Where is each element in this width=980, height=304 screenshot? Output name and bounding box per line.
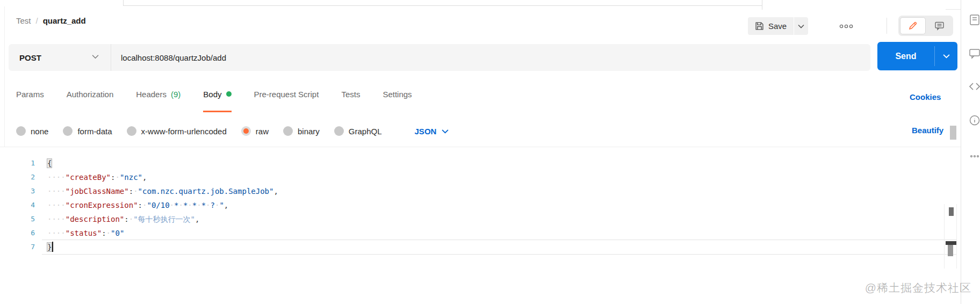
body-type-binary[interactable]: binary bbox=[283, 126, 320, 136]
line-number: 3 bbox=[0, 184, 35, 198]
request-header: Test / quartz_add Save bbox=[0, 6, 961, 35]
comment-mode-button[interactable] bbox=[927, 17, 952, 34]
save-button[interactable]: Save bbox=[748, 17, 794, 35]
token-pn: , bbox=[142, 173, 147, 182]
line-number: 6 bbox=[0, 226, 35, 240]
save-options-button[interactable] bbox=[794, 17, 808, 35]
code-line-7[interactable]: 7} bbox=[0, 240, 946, 254]
edit-mode-button[interactable] bbox=[900, 17, 926, 34]
code-line-2[interactable]: 2····"createBy":·"nzc", bbox=[0, 170, 946, 184]
code-content: } bbox=[47, 240, 53, 254]
scrollbar-thumb[interactable] bbox=[950, 126, 956, 140]
token-pn: , bbox=[195, 215, 199, 223]
token-str: "0/10 bbox=[147, 201, 169, 209]
token-pn: : bbox=[129, 187, 133, 196]
watermark: @稀土掘金技术社区 bbox=[865, 280, 971, 295]
save-icon bbox=[755, 21, 764, 31]
body-type-raw[interactable]: raw bbox=[241, 126, 269, 136]
code-line-1[interactable]: 1{ bbox=[0, 156, 946, 170]
token-bracket: { bbox=[47, 159, 52, 168]
body-type-form-data[interactable]: form-data bbox=[63, 126, 112, 136]
tab-headers[interactable]: Headers(9) bbox=[136, 78, 181, 112]
token-key: "jobClassName" bbox=[66, 187, 129, 196]
radio-unselected-icon bbox=[283, 126, 293, 136]
scrollbar-cap[interactable] bbox=[946, 241, 956, 245]
code-lines: 1{2····"createBy":·"nzc",3····"jobClassN… bbox=[0, 156, 946, 254]
tab-tests[interactable]: Tests bbox=[341, 78, 360, 112]
token-str: "nzc" bbox=[120, 173, 142, 182]
radio-unselected-icon bbox=[63, 126, 73, 136]
body-modified-dot bbox=[226, 91, 232, 97]
chevron-down-icon bbox=[798, 24, 804, 28]
body-editor[interactable]: 1{2····"createBy":·"nzc",3····"jobClassN… bbox=[0, 147, 961, 304]
chevron-down-icon bbox=[92, 54, 99, 59]
tab-label: Tests bbox=[341, 90, 360, 99]
whitespace-dots: · bbox=[170, 201, 174, 209]
format-select[interactable]: JSON bbox=[415, 127, 449, 136]
token-pn: , bbox=[273, 187, 278, 196]
code-content: ····"createBy":·"nzc", bbox=[47, 170, 147, 184]
token-bracket: } bbox=[47, 243, 52, 251]
format-select-value: JSON bbox=[415, 127, 437, 136]
body-type-label: form-data bbox=[77, 127, 112, 136]
tab-label: Settings bbox=[383, 90, 412, 99]
beautify-link[interactable]: Beautify bbox=[912, 126, 943, 135]
body-type-label: GraphQL bbox=[349, 127, 382, 136]
code-content: ····"description":·"每十秒执行一次", bbox=[47, 212, 199, 226]
code-line-6[interactable]: 6····"status":·"0" bbox=[0, 226, 946, 240]
code-content: ····"cronExpression":·"0/10·*·*·*·*·?·", bbox=[47, 198, 228, 212]
headers-count-badge: (9) bbox=[171, 90, 181, 99]
code-icon[interactable] bbox=[969, 81, 980, 92]
token-key: "description" bbox=[66, 215, 125, 223]
method-select[interactable]: POST bbox=[9, 44, 111, 71]
whitespace-dots: ···· bbox=[47, 229, 66, 237]
code-content: ····"status":·"0" bbox=[47, 226, 124, 240]
line-number: 4 bbox=[0, 198, 35, 212]
documentation-icon[interactable] bbox=[969, 14, 980, 26]
request-tabs: ParamsAuthorizationHeaders(9)BodyPre-req… bbox=[16, 78, 412, 112]
body-type-x-www-form-urlencoded[interactable]: x-www-form-urlencoded bbox=[127, 126, 227, 136]
info-icon[interactable] bbox=[969, 114, 980, 126]
more-options-icon bbox=[839, 24, 853, 28]
cookies-link[interactable]: Cookies bbox=[910, 92, 941, 102]
code-line-3[interactable]: 3····"jobClassName":·"com.nzc.quartz.job… bbox=[0, 184, 946, 198]
chevron-down-icon bbox=[943, 54, 950, 59]
whitespace-dots: ···· bbox=[47, 173, 66, 182]
more-options-button[interactable] bbox=[836, 17, 856, 35]
pencil-icon bbox=[908, 21, 918, 31]
tab-params[interactable]: Params bbox=[16, 78, 44, 112]
tab-settings[interactable]: Settings bbox=[383, 78, 412, 112]
code-line-4[interactable]: 4····"cronExpression":·"0/10·*·*·*·*·?·"… bbox=[0, 198, 946, 212]
send-button[interactable]: Send bbox=[877, 42, 934, 70]
breadcrumb-collection[interactable]: Test bbox=[16, 16, 31, 25]
breadcrumb-separator: / bbox=[36, 16, 38, 25]
code-line-5[interactable]: 5····"description":·"每十秒执行一次", bbox=[0, 212, 946, 226]
text-cursor bbox=[52, 242, 53, 252]
tab-pre-request-script[interactable]: Pre-request Script bbox=[254, 78, 319, 112]
body-type-none[interactable]: none bbox=[16, 126, 48, 136]
body-type-graphql[interactable]: GraphQL bbox=[334, 126, 382, 136]
token-str: " bbox=[219, 201, 224, 209]
breadcrumb-request-name[interactable]: quartz_add bbox=[43, 16, 86, 25]
token-key: "createBy" bbox=[66, 173, 111, 182]
whitespace-dots: · bbox=[197, 201, 201, 209]
tab-label: Body bbox=[203, 90, 221, 99]
edit-comment-toggle bbox=[898, 16, 953, 36]
token-key: "cronExpression" bbox=[66, 201, 138, 209]
url-input[interactable]: localhost:8088/quartzJob/add bbox=[111, 44, 870, 71]
code-content: ····"jobClassName":·"com.nzc.quartz.job.… bbox=[47, 184, 278, 198]
body-type-row: noneform-datax-www-form-urlencodedrawbin… bbox=[16, 121, 449, 141]
activity-icon[interactable] bbox=[969, 150, 980, 162]
header-divider bbox=[887, 18, 887, 34]
send-options-button[interactable] bbox=[935, 42, 957, 70]
scrollbar-stem[interactable] bbox=[948, 245, 953, 256]
comments-icon[interactable] bbox=[969, 47, 980, 59]
comment-icon bbox=[934, 21, 945, 31]
token-strcjk: "每十秒执行一次" bbox=[133, 215, 195, 223]
scrollbar-track bbox=[956, 204, 957, 269]
line-number: 1 bbox=[0, 156, 35, 170]
tab-body[interactable]: Body bbox=[203, 78, 231, 112]
tab-authorization[interactable]: Authorization bbox=[67, 78, 114, 112]
line-number: 5 bbox=[0, 212, 35, 226]
scrollbar-mark[interactable] bbox=[949, 207, 954, 216]
